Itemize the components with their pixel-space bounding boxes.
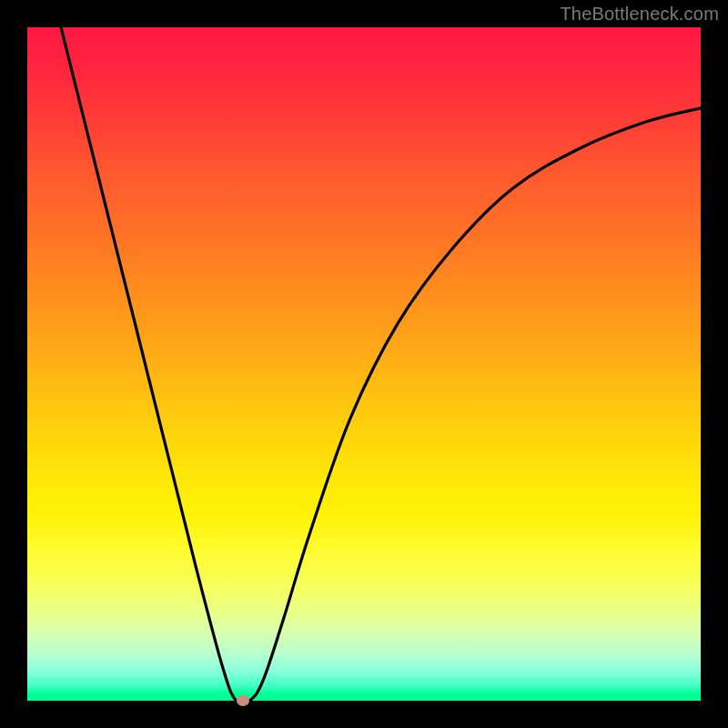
watermark-text: TheBottleneck.com (560, 4, 719, 25)
plot-area (27, 27, 701, 701)
bottleneck-curve (27, 27, 701, 701)
marker-dot (237, 695, 249, 706)
chart-canvas: TheBottleneck.com (0, 0, 728, 728)
